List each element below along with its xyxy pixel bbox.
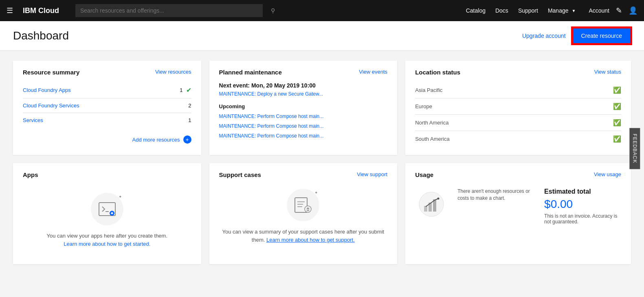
upcoming-item-1: MAINTENANCE: Perform Compose host main..… bbox=[219, 122, 388, 129]
location-south-america: South America ✅ bbox=[415, 131, 621, 147]
resource-row-cf-apps: Cloud Foundry Apps 1 ✔ bbox=[23, 82, 191, 98]
cf-services-count: 2 bbox=[188, 103, 191, 109]
estimated-total-section: Estimated total $0.00 This is not an inv… bbox=[544, 188, 621, 225]
apps-card: Apps ✦ You can view your app bbox=[13, 163, 201, 264]
planned-maintenance-card: Planned maintenance View events Next eve… bbox=[209, 61, 398, 155]
location-north-america: North America ✅ bbox=[415, 115, 621, 131]
add-more-row: Add more resources + bbox=[23, 135, 191, 144]
europe-label: Europe bbox=[415, 103, 432, 109]
next-event-desc: MAINTENANCE: Deploy a new Secure Gatew..… bbox=[219, 90, 388, 97]
resource-summary-card: Resource summary View resources Cloud Fo… bbox=[13, 61, 201, 155]
manage-label: Manage bbox=[548, 7, 569, 14]
south-america-label: South America bbox=[415, 136, 450, 142]
svg-point-14 bbox=[437, 198, 440, 200]
view-support-link[interactable]: View support bbox=[357, 171, 387, 177]
feedback-tab[interactable]: FEEDBACK bbox=[630, 128, 640, 169]
resource-summary-header: Resource summary View resources bbox=[23, 69, 191, 76]
view-usage-link[interactable]: View usage bbox=[594, 171, 621, 177]
europe-status-icon: ✅ bbox=[613, 103, 621, 110]
create-resource-button[interactable]: Create resource bbox=[572, 28, 631, 44]
upcoming-link-2[interactable]: MAINTENANCE: Perform Compose host main..… bbox=[219, 133, 324, 139]
cf-services-count-wrap: 2 bbox=[188, 103, 191, 109]
cf-apps-status-icon: ✔ bbox=[186, 86, 191, 94]
apps-learn-more-link[interactable]: Learn more about how to get started. bbox=[64, 241, 150, 247]
apps-body: ✦ You can view your apps here after you … bbox=[23, 185, 191, 256]
sparkle-support-icon: ✦ bbox=[314, 190, 318, 195]
upgrade-account-link[interactable]: Upgrade account bbox=[522, 33, 566, 39]
menu-icon[interactable]: ☰ bbox=[7, 6, 13, 15]
navbar: ☰ IBM Cloud ⚲ Catalog Docs Support Manag… bbox=[0, 0, 644, 21]
cf-apps-count: 1 bbox=[180, 87, 182, 93]
support-cases-title: Support cases bbox=[219, 171, 261, 178]
docs-link[interactable]: Docs bbox=[495, 7, 508, 14]
services-link[interactable]: Services bbox=[23, 117, 43, 123]
south-america-status-icon: ✅ bbox=[613, 135, 621, 143]
support-cases-header: Support cases View support bbox=[219, 171, 388, 178]
services-count-wrap: 1 bbox=[188, 117, 191, 123]
upcoming-link-0[interactable]: MAINTENANCE: Perform Compose host main..… bbox=[219, 114, 324, 119]
manage-dropdown[interactable]: Manage ▼ bbox=[548, 7, 576, 14]
code-icon bbox=[98, 202, 116, 216]
resource-row-services: Services 1 bbox=[23, 113, 191, 127]
svg-rect-11 bbox=[424, 206, 427, 212]
apps-body-text: You can view your apps here after you cr… bbox=[47, 232, 168, 248]
upcoming-link-1[interactable]: MAINTENANCE: Perform Compose host main..… bbox=[219, 123, 324, 129]
account-label[interactable]: Account bbox=[589, 7, 609, 14]
support-learn-more-link[interactable]: Learn more about how to get support. bbox=[266, 237, 355, 243]
estimated-amount: $0.00 bbox=[544, 198, 621, 211]
add-more-resources-link[interactable]: Add more resources bbox=[132, 137, 180, 143]
estimated-title: Estimated total bbox=[544, 188, 621, 195]
catalog-link[interactable]: Catalog bbox=[466, 7, 486, 14]
support-document-icon bbox=[294, 197, 312, 213]
support-link[interactable]: Support bbox=[518, 7, 538, 14]
usage-card: Usage View usage bbox=[405, 163, 631, 264]
location-status-card: Location status View status Asia Pacific… bbox=[405, 61, 631, 155]
location-list: Asia Pacific ✅ Europe ✅ North America ✅ … bbox=[415, 82, 621, 147]
usage-no-data-text: There aren't enough resources or costs t… bbox=[457, 188, 534, 202]
services-count: 1 bbox=[188, 117, 191, 123]
resource-list: Cloud Foundry Apps 1 ✔ Cloud Foundry Ser… bbox=[23, 82, 191, 127]
estimated-note: This is not an invoice. Accuracy is not … bbox=[544, 213, 621, 225]
resource-summary-title: Resource summary bbox=[23, 69, 79, 76]
view-events-link[interactable]: View events bbox=[359, 69, 387, 75]
usage-body: There aren't enough resources or costs t… bbox=[415, 185, 621, 228]
sparkle-icon: ✦ bbox=[119, 194, 122, 199]
page-header: Dashboard Upgrade account Create resourc… bbox=[0, 21, 644, 51]
upcoming-item-0: MAINTENANCE: Perform Compose host main..… bbox=[219, 113, 388, 119]
support-icon-wrap: ✦ bbox=[287, 189, 319, 221]
search-icon[interactable]: ⚲ bbox=[271, 7, 275, 14]
asia-pacific-status-icon: ✅ bbox=[613, 86, 621, 94]
user-icon[interactable]: 👤 bbox=[629, 6, 637, 15]
apps-header: Apps bbox=[23, 171, 191, 178]
search-input[interactable] bbox=[75, 4, 263, 17]
view-resources-link[interactable]: View resources bbox=[155, 69, 191, 75]
usage-chart-wrap bbox=[415, 188, 448, 221]
apps-title: Apps bbox=[23, 171, 38, 178]
cf-services-link[interactable]: Cloud Foundry Services bbox=[23, 103, 79, 109]
dashboard-content: Resource summary View resources Cloud Fo… bbox=[0, 51, 644, 274]
resource-row-cf-services: Cloud Foundry Services 2 bbox=[23, 98, 191, 113]
usage-title: Usage bbox=[415, 171, 433, 178]
cf-apps-link[interactable]: Cloud Foundry Apps bbox=[23, 87, 71, 93]
chevron-down-icon: ▼ bbox=[572, 9, 576, 13]
asia-pacific-label: Asia Pacific bbox=[415, 87, 442, 93]
north-america-status-icon: ✅ bbox=[613, 119, 621, 127]
location-status-title: Location status bbox=[415, 69, 460, 76]
navbar-icons: Account ✎ 👤 bbox=[589, 6, 637, 15]
edit-icon[interactable]: ✎ bbox=[616, 6, 622, 15]
bar-chart-icon bbox=[418, 191, 444, 217]
next-event-link[interactable]: MAINTENANCE: Deploy a new Secure Gatew..… bbox=[219, 91, 323, 97]
cf-apps-count-wrap: 1 ✔ bbox=[180, 86, 191, 94]
add-circle-icon[interactable]: + bbox=[183, 135, 191, 144]
planned-maintenance-header: Planned maintenance View events bbox=[219, 69, 388, 76]
support-body-text: You can view a summary of your support c… bbox=[219, 228, 388, 244]
usage-right: There aren't enough resources or costs t… bbox=[457, 188, 534, 202]
view-status-link[interactable]: View status bbox=[594, 69, 621, 75]
top-row: Resource summary View resources Cloud Fo… bbox=[13, 61, 631, 155]
north-america-label: North America bbox=[415, 120, 448, 126]
upcoming-item-2: MAINTENANCE: Perform Compose host main..… bbox=[219, 132, 388, 139]
next-event-title: Next event: Mon, 20 May 2019 10:00 bbox=[219, 82, 388, 89]
page-title: Dashboard bbox=[13, 29, 69, 42]
planned-maintenance-title: Planned maintenance bbox=[219, 69, 282, 76]
location-status-header: Location status View status bbox=[415, 69, 621, 76]
